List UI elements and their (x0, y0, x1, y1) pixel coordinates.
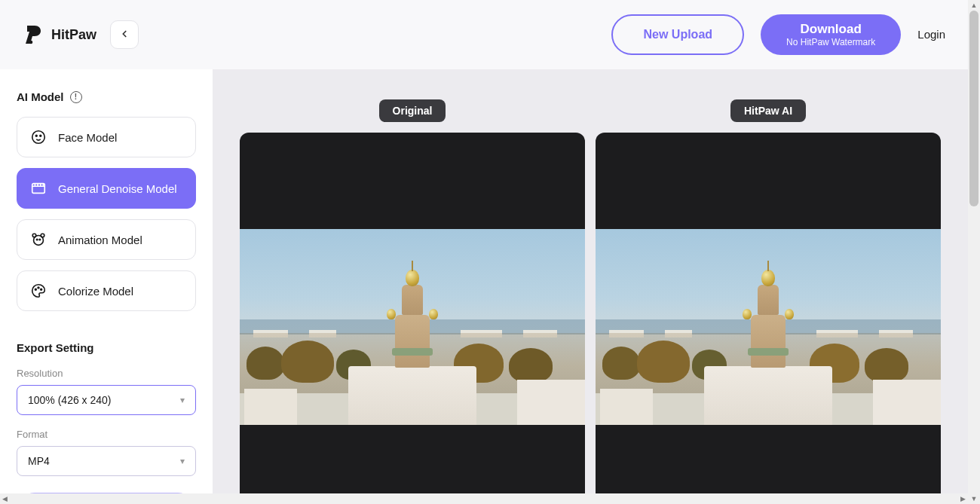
svg-point-7 (41, 234, 44, 237)
compare-wrap: Original (240, 99, 941, 493)
model-face-label: Face Model (58, 131, 117, 144)
ai-badge: HitPaw AI (730, 99, 806, 122)
original-video[interactable] (240, 133, 585, 493)
face-icon (29, 128, 47, 146)
main-area: AI Model ! Face Model General Denoise Mo… (0, 69, 968, 493)
scroll-right-arrow-icon[interactable]: ▶ (960, 495, 966, 502)
scroll-left-arrow-icon[interactable]: ◀ (2, 495, 8, 502)
svg-point-3 (40, 135, 41, 136)
model-denoise[interactable]: General Denoise Model (17, 168, 196, 209)
palette-icon (29, 282, 47, 300)
resolution-label: Resolution (17, 368, 196, 379)
film-icon (29, 179, 47, 197)
sidebar: AI Model ! Face Model General Denoise Mo… (0, 69, 213, 493)
resolution-value: 100% (426 x 240) (28, 394, 112, 406)
scroll-up-arrow-icon[interactable]: ▲ (968, 0, 980, 11)
svg-point-1 (32, 131, 45, 144)
svg-point-10 (35, 289, 36, 290)
export-setting-heading: Export Setting (17, 341, 196, 354)
horizontal-scrollbar[interactable]: ◀ ▶ (0, 493, 968, 504)
brand-name: HitPaw (51, 27, 96, 43)
ai-frame (596, 229, 941, 425)
format-select[interactable]: MP4 ▾ (17, 446, 196, 476)
app-header: HitPaw New Upload Download No HitPaw Wat… (0, 0, 968, 69)
scroll-down-arrow-icon[interactable]: ▼ (968, 493, 980, 504)
model-animation-label: Animation Model (58, 234, 142, 246)
brand-logo[interactable]: HitPaw (23, 24, 96, 45)
model-denoise-label: General Denoise Model (58, 182, 177, 195)
ai-model-heading: AI Model ! (17, 90, 196, 103)
info-icon[interactable]: ! (70, 91, 82, 103)
ai-model-title: AI Model (17, 90, 64, 103)
original-pane: Original (240, 99, 585, 493)
model-colorize-label: Colorize Model (58, 285, 133, 298)
download-title: Download (786, 22, 875, 37)
chevron-left-icon (119, 29, 130, 41)
login-link[interactable]: Login (917, 28, 945, 41)
header-right: New Upload Download No HitPaw Watermark … (611, 14, 945, 55)
original-badge: Original (379, 99, 446, 122)
svg-point-11 (38, 287, 39, 289)
back-button[interactable] (110, 20, 139, 49)
svg-point-6 (32, 234, 36, 237)
bear-icon (29, 231, 47, 249)
svg-point-8 (36, 239, 37, 240)
content-area: Original (213, 69, 968, 493)
svg-point-12 (41, 289, 42, 290)
svg-point-0 (29, 41, 33, 44)
model-list: Face Model General Denoise Model Animati… (17, 117, 196, 311)
logo-icon (23, 24, 44, 45)
model-colorize[interactable]: Colorize Model (17, 270, 196, 311)
ai-video[interactable] (596, 133, 941, 493)
resolution-select[interactable]: 100% (426 x 240) ▾ (17, 385, 196, 415)
svg-point-9 (39, 239, 40, 240)
chevron-down-icon: ▾ (180, 456, 185, 466)
original-frame (240, 229, 585, 425)
vertical-scrollbar[interactable]: ▲ ▼ (968, 0, 980, 504)
header-left: HitPaw (23, 20, 139, 49)
format-value: MP4 (28, 455, 50, 467)
model-face[interactable]: Face Model (17, 117, 196, 157)
svg-point-2 (35, 135, 37, 136)
model-animation[interactable]: Animation Model (17, 219, 196, 260)
format-label: Format (17, 429, 196, 440)
vertical-scrollbar-thumb[interactable] (969, 11, 978, 206)
ai-pane: HitPaw AI (596, 99, 941, 493)
download-button[interactable]: Download No HitPaw Watermark (761, 14, 901, 55)
new-upload-button[interactable]: New Upload (611, 14, 744, 55)
chevron-down-icon: ▾ (180, 395, 185, 405)
download-subtitle: No HitPaw Watermark (786, 37, 875, 47)
